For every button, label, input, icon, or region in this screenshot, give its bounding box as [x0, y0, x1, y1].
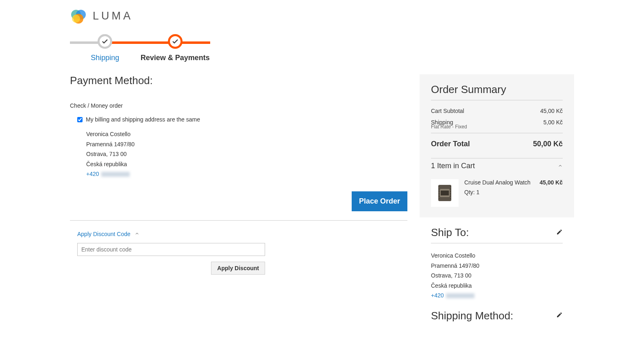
product-image: [431, 179, 459, 207]
svg-point-3: [72, 15, 80, 23]
cart-item-qty: Qty: 1: [464, 189, 534, 195]
cart-item: Cruise Dual Analog Watch Qty: 1 45,00 Kč: [431, 173, 563, 208]
address-phone[interactable]: +420: [86, 171, 99, 177]
svg-point-7: [439, 186, 439, 187]
logo[interactable]: LUMA: [70, 7, 133, 24]
cart-items-count: 1 Item in Cart: [431, 162, 475, 170]
shipping-desc: Flat Rate - Fixed: [431, 124, 563, 130]
shipping-method-title: Shipping Method:: [431, 310, 513, 322]
ship-street: Pramenná 1497/80: [431, 261, 563, 271]
apply-discount-button[interactable]: Apply Discount: [211, 262, 265, 275]
total-value: 50,00 Kč: [533, 140, 563, 148]
shipping-method-section: Shipping Method:: [420, 301, 574, 326]
discount-toggle-label: Apply Discount Code: [77, 231, 131, 237]
pencil-icon[interactable]: [556, 312, 563, 320]
progress-label: Review & Payments: [141, 54, 210, 62]
chevron-up-icon: [135, 231, 139, 237]
payment-method-name: Check / Money order: [70, 102, 407, 109]
progress-step-shipping[interactable]: Shipping: [70, 34, 140, 62]
svg-point-10: [439, 193, 439, 194]
ship-name: Veronica Costello: [431, 251, 563, 261]
svg-point-12: [439, 198, 439, 199]
checkout-progress: Shipping Review & Payments: [70, 34, 210, 62]
discount-toggle[interactable]: Apply Discount Code: [70, 229, 407, 243]
ship-country: Česká republika: [431, 281, 563, 291]
address-name: Veronica Costello: [86, 129, 407, 139]
phone-redacted: [446, 293, 474, 298]
phone-redacted: [101, 172, 130, 177]
logo-text: LUMA: [93, 10, 133, 22]
svg-point-18: [450, 198, 451, 199]
check-icon: [98, 34, 112, 49]
svg-rect-6: [441, 191, 449, 195]
pencil-icon[interactable]: [556, 229, 563, 237]
ship-phone[interactable]: +420: [431, 292, 444, 299]
svg-point-15: [450, 191, 451, 192]
subtotal-label: Cart Subtotal: [431, 108, 464, 114]
same-address-checkbox[interactable]: [77, 117, 83, 122]
cart-item-price: 45,00 Kč: [540, 179, 563, 207]
cart-items-toggle[interactable]: 1 Item in Cart: [431, 158, 563, 173]
subtotal-value: 45,00 Kč: [540, 108, 563, 114]
chevron-up-icon: [558, 162, 563, 170]
svg-point-8: [439, 189, 439, 189]
discount-code-input[interactable]: [77, 243, 265, 256]
same-address-label[interactable]: My billing and shipping address are the …: [86, 116, 200, 123]
ship-to-title: Ship To:: [431, 226, 469, 239]
luma-logo-icon: [70, 7, 87, 24]
header: LUMA: [70, 0, 574, 28]
place-order-button[interactable]: Place Order: [352, 191, 407, 211]
address-city: Ostrava, 713 00: [86, 149, 407, 159]
order-summary: Order Summary Cart Subtotal 45,00 Kč Shi…: [420, 74, 574, 217]
svg-point-17: [450, 196, 451, 197]
payment-method-title: Payment Method:: [70, 74, 407, 90]
address-street: Pramenná 1497/80: [86, 139, 407, 150]
billing-address: Veronica Costello Pramenná 1497/80 Ostra…: [86, 129, 407, 179]
progress-label: Shipping: [91, 54, 119, 62]
progress-step-review[interactable]: Review & Payments: [140, 34, 211, 62]
svg-point-11: [439, 196, 439, 197]
ship-city: Ostrava, 713 00: [431, 271, 563, 281]
order-summary-title: Order Summary: [431, 83, 563, 100]
svg-point-14: [450, 189, 451, 189]
svg-point-9: [439, 191, 439, 192]
shipping-value: 5,00 Kč: [544, 119, 563, 126]
svg-point-16: [450, 193, 451, 194]
cart-item-name: Cruise Dual Analog Watch: [464, 179, 534, 186]
check-icon: [168, 34, 183, 49]
svg-point-13: [450, 186, 451, 187]
ship-to-section: Ship To: Veronica Costello Pramenná 1497…: [420, 217, 574, 301]
total-label: Order Total: [431, 140, 470, 148]
address-country: Česká republika: [86, 159, 407, 169]
